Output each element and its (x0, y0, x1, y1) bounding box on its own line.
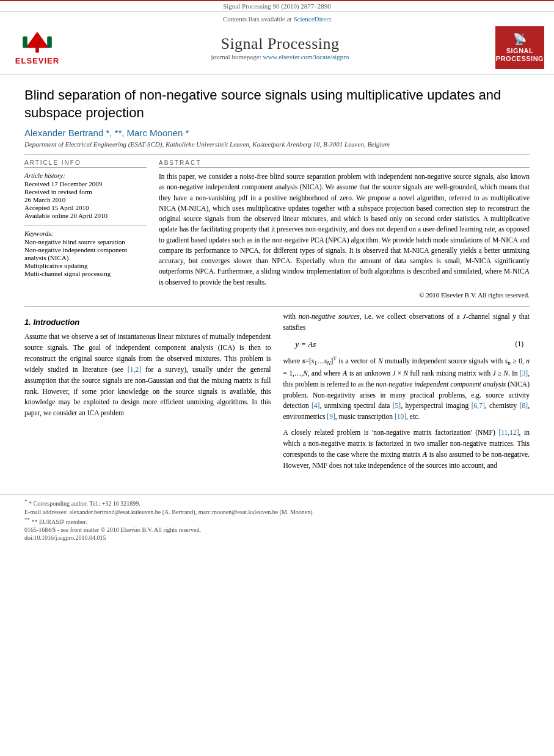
ref-4[interactable]: [4] (312, 402, 319, 409)
revised-date: 26 March 2010 (24, 196, 147, 203)
svg-rect-4 (47, 36, 52, 48)
body-section: 1. Introduction Assume that we observe a… (24, 311, 530, 476)
keyword-5: Multi-channel signal processing (24, 270, 147, 277)
equation-1: y = As (283, 338, 316, 351)
intro-paragraph-1: Assume that we observe a set of instanta… (24, 332, 271, 419)
section-1-heading: 1. Introduction (24, 316, 271, 329)
affiliation: Department of Electrical Engineering (ES… (24, 140, 530, 148)
ref-11-12[interactable]: [11,12] (498, 429, 519, 436)
available-date: Available online 20 April 2010 (24, 212, 147, 219)
divider-2 (24, 306, 530, 307)
article-info-panel: Article info Article history: Received 1… (24, 159, 147, 299)
keyword-3: analysis (NICA) (24, 254, 147, 261)
svg-rect-3 (23, 36, 27, 48)
intro-paragraph-4: A closely related problem is 'non-negati… (283, 427, 530, 471)
article-content: Blind separation of non-negative source … (0, 75, 554, 488)
sciencedirect-link[interactable]: ScienceDirect (293, 15, 331, 23)
keywords-title: Keywords: (24, 225, 147, 237)
article-title: Blind separation of non-negative source … (24, 87, 530, 122)
badge-icon: 📡 (513, 32, 527, 46)
body-col-right: with non-negative sources, i.e. we colle… (283, 311, 530, 476)
intro-paragraph-3: where s=[s1…sN]T is a vector of N mutual… (283, 355, 530, 423)
footnote-2: E-mail addresses: alexander.bertrand@esa… (24, 509, 530, 515)
history-label: Article history: (24, 172, 147, 179)
journal-header: Contents lists available at ScienceDirec… (0, 12, 554, 75)
keyword-4: Multiplicative updating (24, 262, 147, 269)
footnote-1: * * Corresponding author. Tel.: +32 16 3… (24, 498, 530, 507)
ref-3[interactable]: [3] (520, 369, 528, 377)
signal-processing-badge: 📡 SIGNALPROCESSING (495, 26, 544, 69)
keyword-1: Non-negative blind source separation (24, 238, 147, 245)
badge-title: SIGNALPROCESSING (496, 47, 544, 63)
abstract-text: In this paper, we consider a noise-free … (159, 172, 530, 288)
elsevier-tree-icon (19, 31, 56, 55)
footnote-3: ** ** EURASIP member. (24, 517, 530, 525)
footer: * * Corresponding author. Tel.: +32 16 3… (0, 494, 554, 546)
received-revised-label: Received in revised form (24, 188, 147, 195)
abstract-title: Abstract (159, 159, 530, 168)
equation-1-number: (1) (516, 339, 530, 349)
homepage-link[interactable]: www.elsevier.com/locate/sigpro (263, 53, 349, 60)
body-col-left: 1. Introduction Assume that we observe a… (24, 311, 271, 476)
ref-5[interactable]: [5] (393, 402, 401, 409)
doi-text: doi:10.1016/j.sigpro.2010.04.015 (24, 534, 530, 541)
ref-1-2[interactable]: [1,2] (128, 366, 141, 373)
info-abstract-section: Article info Article history: Received 1… (24, 159, 530, 299)
journal-title-block: Signal Processing journal homepage: www.… (65, 35, 495, 60)
article-info-title: Article info (24, 159, 147, 168)
received-date: Received 17 December 2009 (24, 180, 147, 187)
equation-1-line: y = As (1) (283, 338, 530, 351)
divider-1 (24, 154, 530, 154)
ref-10[interactable]: [10] (395, 413, 406, 420)
elsevier-text: ELSEVIER (15, 56, 59, 65)
header-flex: ELSEVIER Signal Processing journal homep… (0, 24, 554, 71)
elsevier-logo: ELSEVIER (10, 29, 65, 66)
ref-9[interactable]: [9] (327, 413, 335, 420)
accepted-date: Accepted 15 April 2010 (24, 204, 147, 211)
keyword-2: Non-negative independent component (24, 246, 147, 253)
journal-homepage: journal homepage: www.elsevier.com/locat… (65, 53, 495, 60)
journal-citation: Signal Processing 90 (2010) 2877–2890 (223, 2, 331, 10)
journal-number-bar: Signal Processing 90 (2010) 2877–2890 (0, 0, 554, 12)
ref-8[interactable]: [8] (520, 402, 528, 409)
intro-paragraph-2: with non-negative sources, i.e. we colle… (283, 311, 530, 333)
ref-6-7[interactable]: [6,7] (472, 402, 485, 409)
abstract-copyright: © 2010 Elsevier B.V. All rights reserved… (159, 291, 530, 299)
abstract-panel: Abstract In this paper, we consider a no… (159, 159, 530, 299)
authors: Alexander Bertrand *, **, Marc Moonen * (24, 128, 530, 138)
page: Signal Processing 90 (2010) 2877–2890 Co… (0, 0, 554, 756)
license-text: 0165-1684/$ - see front matter © 2010 El… (24, 526, 530, 533)
journal-main-title: Signal Processing (65, 35, 495, 53)
contents-bar: Contents lists available at ScienceDirec… (0, 15, 554, 23)
